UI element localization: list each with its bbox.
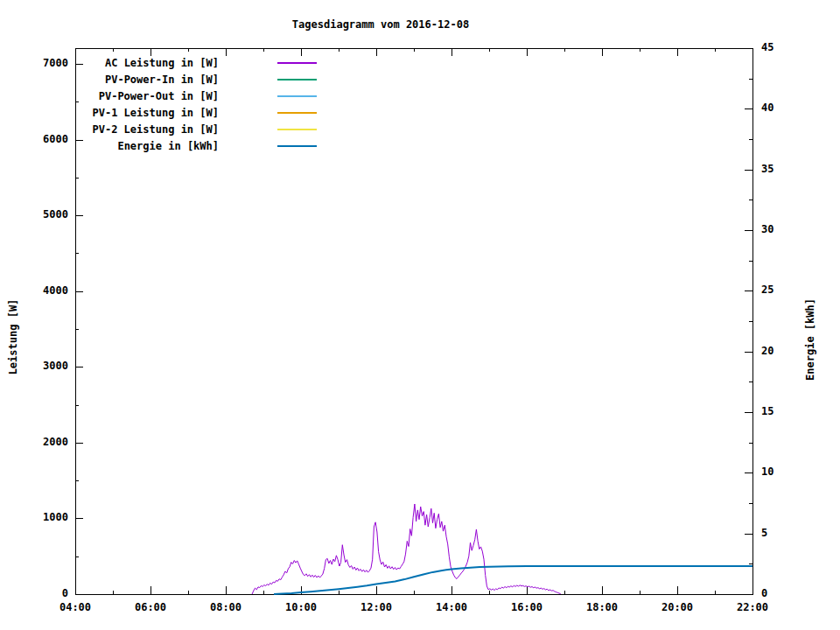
legend-swatch: [277, 79, 317, 80]
x-tick-label: 20:00: [653, 601, 702, 613]
right-y-tick-label: 45: [761, 41, 774, 53]
left-y-tick-label: 7000: [24, 57, 68, 69]
x-tick-label: 12:00: [352, 601, 401, 613]
legend-label: PV-Power-Out in [W]: [79, 88, 219, 104]
x-tick-label: 10:00: [276, 601, 326, 613]
left-y-tick-label: 2000: [24, 436, 68, 448]
legend-swatch: [277, 62, 317, 64]
chart-canvas: Tagesdiagramm vom 2016-12-08 Leistung [W…: [0, 0, 840, 630]
series-line-5: [274, 566, 752, 594]
left-axis-title: Leistung [W]: [7, 299, 19, 375]
legend-swatch: [277, 95, 317, 97]
right-y-tick-label: 5: [761, 527, 767, 539]
right-y-tick-label: 15: [761, 405, 774, 417]
legend-label: Energie in [kWh]: [79, 138, 219, 154]
right-y-tick-label: 10: [761, 466, 774, 478]
left-y-tick-label: 1000: [24, 511, 68, 523]
left-y-tick-label: 4000: [24, 284, 68, 297]
x-tick-label: 22:00: [728, 601, 777, 613]
x-tick-label: 08:00: [201, 601, 250, 613]
right-y-tick-label: 20: [761, 345, 774, 357]
series-line-0: [252, 504, 561, 594]
right-y-tick-label: 0: [761, 587, 767, 599]
x-tick-label: 06:00: [126, 601, 175, 613]
x-tick-label: 14:00: [427, 601, 476, 613]
left-y-tick-label: 3000: [24, 360, 68, 372]
legend-swatch: [277, 129, 317, 130]
legend-label: PV-Power-In in [W]: [79, 72, 219, 88]
right-y-tick-label: 30: [761, 223, 774, 235]
legend-label: AC Leistung in [W]: [79, 55, 219, 71]
legend-swatch: [277, 112, 317, 114]
chart-title: Tagesdiagramm vom 2016-12-08: [292, 18, 469, 31]
x-tick-label: 04:00: [51, 601, 100, 613]
x-tick-label: 16:00: [502, 601, 551, 613]
right-axis-title: Energie [kWh]: [804, 298, 816, 381]
right-y-tick-label: 40: [761, 102, 774, 114]
legend-label: PV-2 Leistung in [W]: [79, 122, 219, 137]
left-y-tick-label: 0: [24, 587, 68, 599]
right-y-tick-label: 25: [761, 284, 774, 296]
legend-swatch: [277, 145, 317, 147]
legend-label: PV-1 Leistung in [W]: [79, 105, 219, 121]
x-tick-label: 18:00: [578, 601, 626, 613]
left-y-tick-label: 6000: [24, 133, 68, 145]
right-y-tick-label: 35: [761, 163, 774, 175]
left-y-tick-label: 5000: [24, 208, 68, 220]
